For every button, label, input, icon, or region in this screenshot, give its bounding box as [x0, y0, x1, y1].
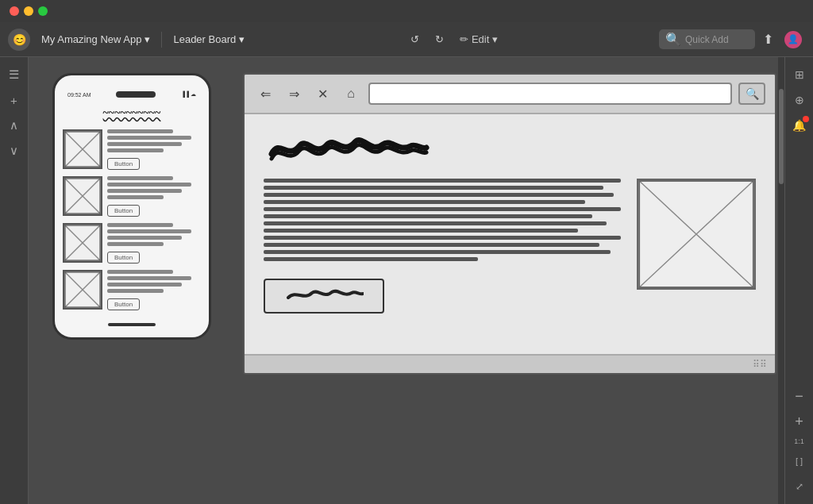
sidebar-expand-icon[interactable]: ∨ [3, 140, 25, 162]
app-name-menu[interactable]: My Amazing New App ▾ [37, 30, 155, 48]
maximize-button[interactable] [38, 6, 48, 16]
section-name-label: Leader Board [173, 33, 236, 45]
sidebar-menu-icon[interactable]: ☰ [3, 63, 25, 86]
phone-status-icons: ▐▐ ☁ [181, 91, 196, 98]
phone-item-button[interactable]: Button [107, 205, 140, 217]
browser-wireframe: ⇐ ⇒ ✕ ⌂ 🔍 [243, 73, 776, 375]
toolbar-center: ↺ ↻ ✏ Edit ▾ [252, 30, 656, 48]
section-chevron: ▾ [239, 33, 245, 45]
canvas-scrollbar[interactable] [778, 57, 784, 504]
redo-button[interactable]: ↻ [430, 30, 449, 48]
phone-list-item: Button [63, 176, 201, 217]
phone-item-button[interactable]: Button [107, 158, 140, 170]
components-panel-button[interactable]: ⊕ [788, 89, 811, 111]
minimize-button[interactable] [24, 6, 33, 16]
phone-list-item: Button [63, 223, 201, 264]
browser-search-button[interactable]: 🔍 [738, 83, 765, 105]
app-logo: 😊 [8, 29, 30, 51]
phone-item-text: Button [107, 270, 201, 310]
phone-item-text: Button [107, 176, 201, 217]
browser-cta-button[interactable] [264, 279, 384, 314]
edit-chevron: ▾ [492, 33, 498, 45]
app-name-chevron: ▾ [144, 33, 150, 45]
app-name-label: My Amazing New App [41, 33, 141, 45]
phone-item-image [63, 129, 102, 169]
phone-list-item: Button [63, 270, 201, 310]
toolbar-right: 🔍 ⬆ 👤 [659, 28, 805, 52]
toolbar: 😊 My Amazing New App ▾ Leader Board ▾ ↺ … [0, 22, 813, 57]
share-icon: ⬆ [763, 33, 773, 46]
phone-item-button[interactable]: Button [107, 298, 140, 310]
close-button[interactable] [10, 6, 19, 16]
phone-title: ~~~~~~~~~~ [63, 102, 201, 123]
canvas-area: 09:52 AM ▐▐ ☁ ~~~~~~~~~~ [29, 57, 784, 504]
sidebar-collapse-icon[interactable]: ∧ [3, 114, 25, 137]
right-sidebar: ⊞ ⊕ 🔔 − + 1:1 [ ] ⤢ [784, 57, 813, 504]
browser-address-bar[interactable] [368, 83, 732, 105]
phone-item-image [63, 223, 102, 263]
phone-item-text: Button [107, 223, 201, 264]
layers-panel-button[interactable]: ⊞ [788, 63, 811, 86]
user-icon: 👤 [784, 31, 802, 48]
fit-screen-button[interactable]: ⤢ [788, 475, 811, 498]
phone-title-text: ~~~~~~~~~~ [103, 107, 161, 120]
pencil-icon: ✏ [460, 33, 468, 45]
browser-toolbar: ⇐ ⇒ ✕ ⌂ 🔍 [245, 75, 775, 114]
browser-home-button[interactable]: ⌂ [340, 83, 362, 105]
avatar-button[interactable]: 👤 [781, 28, 805, 52]
phone-item-text: Button [107, 129, 201, 170]
fit-width-button[interactable]: [ ] [788, 450, 811, 472]
scrollbar-thumb[interactable] [779, 89, 784, 184]
browser-footer: ⠿⠿ [245, 354, 775, 373]
phone-wireframe: 09:52 AM ▐▐ ☁ ~~~~~~~~~~ [52, 73, 211, 340]
traffic-lights [10, 6, 48, 16]
titlebar [0, 0, 813, 22]
zoom-in-button[interactable]: + [788, 410, 811, 433]
sidebar-add-icon[interactable]: + [3, 89, 25, 111]
zoom-out-button[interactable]: − [788, 385, 811, 407]
phone-time: 09:52 AM [67, 92, 91, 98]
browser-text-content [264, 179, 621, 314]
phone-list-item: Button [63, 129, 201, 170]
phone-item-button[interactable]: Button [107, 252, 140, 264]
share-button[interactable]: ⬆ [760, 29, 776, 50]
browser-footer-text: ⠿⠿ [753, 359, 767, 370]
notifications-button[interactable]: 🔔 [788, 114, 811, 137]
redo-icon: ↻ [435, 33, 444, 45]
main-layout: ☰ + ∧ ∨ 09:52 AM ▐▐ ☁ ~~~~~~~~~~ [0, 57, 813, 504]
undo-button[interactable]: ↺ [406, 30, 424, 48]
phone-status-bar: 09:52 AM ▐▐ ☁ [63, 91, 201, 98]
phone-item-image [63, 176, 102, 216]
edit-label: Edit [472, 33, 489, 45]
search-icon: 🔍 [665, 32, 681, 47]
browser-image-placeholder [637, 179, 756, 290]
browser-content [245, 114, 775, 354]
phone-home-indicator [108, 323, 156, 326]
phone-notch [116, 91, 156, 98]
edit-menu-button[interactable]: ✏ Edit ▾ [455, 30, 503, 48]
quick-add-search[interactable]: 🔍 [659, 29, 755, 49]
browser-forward-button[interactable]: ⇒ [283, 83, 305, 105]
canvas-content: 09:52 AM ▐▐ ☁ ~~~~~~~~~~ [52, 73, 776, 488]
zoom-reset-button[interactable]: 1:1 [788, 436, 811, 447]
phone-item-image [63, 270, 102, 310]
browser-body [264, 179, 756, 314]
notification-badge [803, 116, 809, 122]
left-sidebar: ☰ + ∧ ∨ [0, 57, 29, 504]
browser-stop-button[interactable]: ✕ [311, 83, 333, 105]
browser-heading [264, 130, 756, 169]
toolbar-divider [161, 32, 162, 48]
undo-icon: ↺ [410, 33, 419, 45]
section-name-menu[interactable]: Leader Board ▾ [168, 30, 249, 48]
browser-back-button[interactable]: ⇐ [254, 83, 276, 105]
quick-add-input[interactable] [685, 34, 749, 45]
